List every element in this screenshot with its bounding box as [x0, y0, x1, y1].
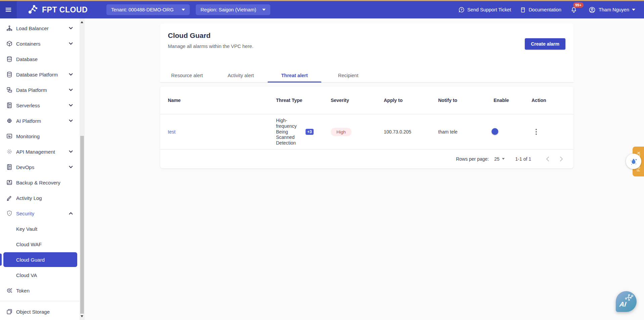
- sidebar-item-label: Load Balancer: [16, 25, 49, 31]
- previous-page-button[interactable]: [543, 154, 552, 164]
- chevron-up-icon: [69, 212, 73, 215]
- sidebar-item-security[interactable]: Security: [0, 206, 80, 221]
- tab-threat-alert[interactable]: Threat alert: [268, 68, 321, 82]
- token-icon: [6, 287, 13, 294]
- sidebar-item-label: Cloud WAF: [16, 242, 42, 247]
- documentation-link[interactable]: Documentation: [520, 7, 561, 13]
- sidebar-item-cloud-va[interactable]: Cloud VA: [0, 267, 80, 283]
- sidebar-item-containers[interactable]: Containers: [0, 36, 80, 51]
- hamburger-menu-button[interactable]: [0, 1, 17, 18]
- sidebar-item-label: Security: [16, 211, 34, 216]
- chevron-down-icon: [69, 166, 73, 168]
- row-actions-menu-icon[interactable]: [536, 129, 537, 135]
- sidebar-item-monitoring[interactable]: Monitoring: [0, 128, 80, 144]
- notify-to-cell: tham tele: [438, 129, 494, 135]
- document-icon: [520, 7, 526, 13]
- column-header-name: Name: [168, 98, 276, 103]
- sidebar-item-ai-platform[interactable]: AI Platform: [0, 113, 80, 128]
- chevron-down-icon: [69, 73, 73, 76]
- tenant-selector-value: Tenant: 000488-DEMO-ORG: [111, 7, 174, 12]
- sidebar-item-activity-log[interactable]: Activity Log: [0, 190, 80, 206]
- region-selector[interactable]: Region: Saigon (Vietnam): [196, 4, 270, 15]
- containers-icon: [6, 40, 13, 47]
- molecule-logo-icon: [27, 4, 39, 16]
- severity-badge: High: [331, 128, 352, 136]
- table-header-row: Name Threat Type Severity Apply to Notif…: [160, 87, 573, 114]
- serverless-icon: [6, 102, 13, 109]
- sidebar-item-devops[interactable]: DevOps: [0, 159, 80, 175]
- sidebar-item-label: API Management: [16, 149, 55, 155]
- support-chat-icon: ?: [458, 6, 465, 13]
- sidebar-item-label: Activity Log: [16, 195, 42, 201]
- threat-type-cell: High-frequency Being Scanned Detection +…: [276, 118, 331, 146]
- backup-recovery-icon: [6, 179, 13, 186]
- sidebar-item-label: Token: [16, 288, 30, 294]
- sidebar-item-label: Cloud Guard: [16, 257, 45, 263]
- fpt-cloud-logo[interactable]: FPT CLOUD: [27, 4, 88, 16]
- sidebar-item-label: Cloud VA: [16, 272, 37, 278]
- sidebar-item-token[interactable]: Token: [0, 283, 80, 298]
- alarm-name-link[interactable]: test: [168, 129, 276, 135]
- toggle-knob: [492, 128, 498, 135]
- sidebar-item-backup-recovery[interactable]: Backup & Recovery: [0, 175, 80, 190]
- sidebar-nav: Load Balancer Containers Database: [0, 18, 80, 320]
- threat-type-more-badge[interactable]: +3: [306, 129, 314, 135]
- next-page-button[interactable]: [557, 154, 566, 164]
- sidebar-item-key-vault[interactable]: Key Vault: [0, 221, 80, 236]
- sidebar-item-serverless[interactable]: Serverless: [0, 98, 80, 113]
- scrollbar-thumb[interactable]: [80, 136, 84, 314]
- chevron-down-icon: [69, 150, 73, 153]
- user-menu[interactable]: Tham Nguyen: [588, 6, 635, 14]
- feedback-widget-button[interactable]: [626, 154, 641, 169]
- notification-count-badge: 99+: [573, 2, 584, 8]
- sidebar-item-data-platform[interactable]: Data Platform: [0, 82, 80, 98]
- sidebar-item-label: Backup & Recovery: [16, 180, 60, 185]
- sidebar-item-cloud-waf[interactable]: Cloud WAF: [0, 236, 80, 252]
- caret-down-icon: [262, 9, 266, 11]
- sidebar-item-load-balancer[interactable]: Load Balancer: [0, 20, 80, 36]
- sidebar-item-object-storage[interactable]: Object Storage: [0, 304, 80, 319]
- notifications-button[interactable]: 99+: [570, 6, 578, 13]
- hamburger-icon: [5, 6, 12, 13]
- rows-per-page-value: 25: [494, 156, 500, 162]
- column-header-enable: Enable: [494, 98, 532, 103]
- api-management-gear-icon: [6, 148, 13, 155]
- alarms-table-card: Name Threat Type Severity Apply to Notif…: [160, 87, 573, 168]
- logo-text: FPT CLOUD: [42, 5, 88, 14]
- sidebar-item-database[interactable]: Database: [0, 51, 80, 67]
- tab-recipient[interactable]: Recipient: [321, 68, 375, 82]
- apply-to-cell: 100.73.0.205: [384, 129, 438, 135]
- column-header-threat-type: Threat Type: [276, 98, 331, 103]
- create-alarm-button[interactable]: Create alarm: [525, 38, 565, 50]
- sidebar-item-database-platform[interactable]: Database Platform: [0, 67, 80, 82]
- caret-down-icon: [502, 158, 505, 160]
- tab-resource-alert[interactable]: Resource alert: [160, 68, 214, 82]
- tenant-selector[interactable]: Tenant: 000488-DEMO-ORG: [106, 4, 190, 15]
- caret-down-icon: [182, 9, 185, 11]
- sidebar-item-api-management[interactable]: API Management: [0, 144, 80, 159]
- scrollbar-down-arrow-icon[interactable]: [81, 315, 83, 317]
- sidebar-item-label: Key Vault: [16, 226, 37, 232]
- region-selector-value: Region: Saigon (Vietnam): [200, 7, 256, 12]
- chevron-down-icon: [69, 104, 73, 107]
- page-header-card: Cloud Guard Manage all alarms within the…: [160, 23, 573, 83]
- send-support-ticket-label: Send Support Ticket: [467, 7, 511, 12]
- sidebar-scrollbar[interactable]: [80, 18, 85, 320]
- scrollbar-up-arrow-icon[interactable]: [81, 21, 83, 23]
- ai-platform-icon: [6, 117, 13, 124]
- ai-assistant-button[interactable]: AI: [616, 291, 637, 312]
- ai-label: AI: [619, 301, 627, 308]
- sidebar-item-cloud-guard[interactable]: Cloud Guard: [0, 252, 80, 267]
- tab-activity-alert[interactable]: Activity alert: [214, 68, 268, 82]
- column-header-notify-to: Notify to: [438, 98, 494, 103]
- user-name: Tham Nguyen: [599, 7, 629, 12]
- sidebar-item-label: Data Platform: [16, 87, 47, 93]
- column-header-severity: Severity: [331, 98, 384, 103]
- load-balancer-icon: [6, 24, 13, 32]
- sidebar-item-label: Object Storage: [16, 309, 50, 315]
- user-avatar-icon: [588, 6, 596, 14]
- object-storage-icon: [6, 308, 13, 315]
- send-support-ticket-link[interactable]: ? Send Support Ticket: [458, 6, 511, 13]
- rows-per-page-select[interactable]: 25: [494, 156, 505, 162]
- sidebar-item-label: Containers: [16, 41, 41, 47]
